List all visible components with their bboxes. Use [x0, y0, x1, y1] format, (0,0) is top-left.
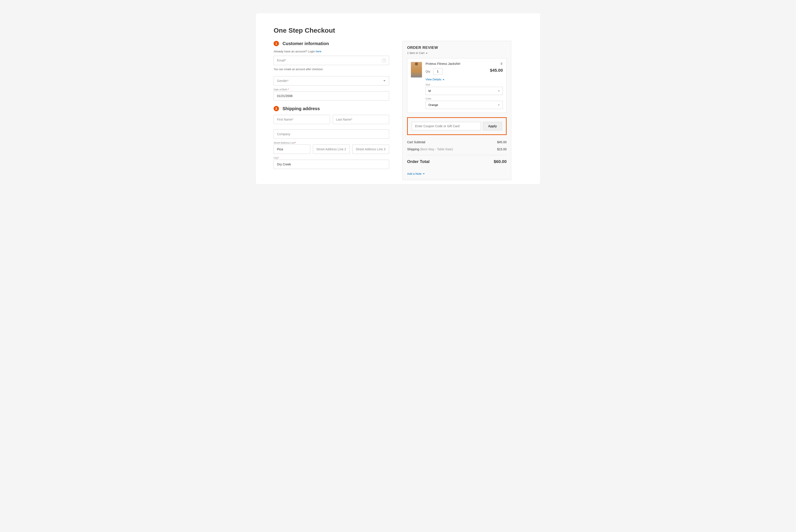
login-link[interactable]: here [316, 50, 321, 53]
product-image [411, 62, 422, 77]
subtotal-label: Cart Subtotal [407, 140, 425, 144]
gender-select-wrapper: Gender* [273, 76, 389, 86]
order-review-panel: ORDER REVIEW 1 Item in Cart Proteus Fitn… [402, 41, 511, 180]
street2-input[interactable] [313, 145, 349, 154]
subtotal-row: Cart Subtotal $45.00 [407, 138, 507, 146]
gender-select[interactable]: Gender* [273, 76, 389, 86]
color-select-wrapper: Orange [425, 101, 503, 109]
product-name: Proteus Fitness Jackshirt [425, 62, 490, 65]
right-column: ORDER REVIEW 1 Item in Cart Proteus Fitn… [402, 41, 511, 180]
first-name-input[interactable] [273, 115, 330, 124]
cart-count-text: 1 Item in Cart [407, 51, 424, 55]
order-total-value: $60.00 [494, 159, 507, 164]
coupon-input[interactable] [412, 122, 481, 130]
cart-item: Proteus Fitness Jackshirt Qty: [407, 58, 507, 113]
cart-count-toggle[interactable]: 1 Item in Cart [407, 51, 507, 55]
street1-input[interactable] [273, 145, 310, 154]
dob-wrapper: Date of Birth * [273, 88, 389, 100]
street3-input[interactable] [353, 145, 389, 154]
view-details-toggle[interactable]: View Details [425, 78, 503, 81]
color-select[interactable]: Orange [425, 101, 503, 109]
main-columns: 1 Customer information Already have an a… [273, 41, 523, 180]
step-badge-2: 2 [273, 106, 279, 111]
shipping-section-title: Shipping address [283, 106, 320, 111]
chevron-up-icon [426, 53, 428, 54]
apply-button[interactable]: Apply [483, 122, 502, 130]
order-total-row: Order Total $60.00 [407, 157, 507, 166]
street-label: Street Address Line* [273, 141, 389, 144]
subtotal-value: $45.00 [497, 140, 507, 144]
item-price: $45.00 [490, 68, 503, 73]
add-note-toggle[interactable]: Add a Note [407, 172, 507, 175]
color-option-label: Color [425, 97, 503, 100]
customer-section-title: Customer information [283, 41, 329, 46]
shipping-section-header: 2 Shipping address [273, 106, 389, 111]
city-label: City* [273, 156, 389, 159]
product-info: Proteus Fitness Jackshirt Qty: [425, 62, 503, 109]
last-name-input[interactable] [333, 115, 389, 124]
price-column: $45.00 [490, 62, 503, 73]
shipping-label: Shipping (Best Way - Table Rate) [407, 148, 453, 151]
street-row [273, 145, 389, 154]
chevron-down-icon [423, 173, 425, 174]
dob-label: Date of Birth * [273, 88, 389, 91]
login-prompt-text: Already have an account? Login [273, 50, 316, 53]
dob-input[interactable] [273, 91, 389, 100]
shipping-section: 2 Shipping address Street Add [273, 106, 389, 169]
customer-section-header: 1 Customer information [273, 41, 389, 46]
email-input[interactable] [273, 56, 389, 65]
order-total-label: Order Total [407, 159, 430, 164]
coupon-box: Apply [407, 117, 507, 135]
qty-input[interactable] [433, 68, 442, 75]
email-field-wrapper: ? [273, 56, 389, 65]
size-select-wrapper: M [425, 87, 503, 95]
step-badge-1: 1 [273, 41, 279, 46]
chevron-up-icon [443, 79, 444, 80]
company-wrapper [273, 130, 389, 139]
company-input[interactable] [273, 130, 389, 139]
city-input[interactable] [273, 160, 389, 169]
trash-icon[interactable] [500, 62, 503, 66]
left-column: 1 Customer information Already have an a… [273, 41, 389, 180]
shipping-row: Shipping (Best Way - Table Rate) $15.00 [407, 146, 507, 153]
name-row [273, 115, 389, 124]
qty-row: Qty: [425, 68, 490, 75]
order-review-title: ORDER REVIEW [407, 45, 507, 50]
page-title: One Step Checkout [273, 27, 523, 34]
checkout-page: One Step Checkout 1 Customer information… [256, 13, 540, 184]
shipping-value: $15.00 [497, 148, 507, 151]
email-note: You can create an account after checkout… [273, 68, 389, 71]
size-select[interactable]: M [425, 87, 503, 95]
login-prompt: Already have an account? Login here [273, 50, 389, 53]
qty-label: Qty: [425, 70, 431, 73]
help-icon[interactable]: ? [382, 58, 386, 62]
size-option-label: Size [425, 83, 503, 86]
